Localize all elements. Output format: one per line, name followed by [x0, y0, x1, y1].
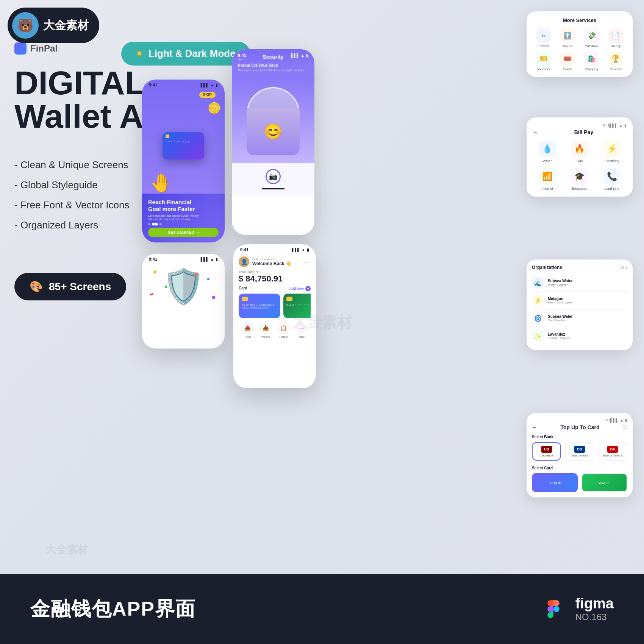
- bill-pay-back[interactable]: ←: [533, 129, 538, 135]
- phone4-status: 9:41 ▌▌▌ ▲ ▮: [233, 244, 316, 253]
- org-metagon[interactable]: ⚡ Metagon Electricity Supplier: [532, 292, 627, 309]
- battery-icon4: ▮: [307, 248, 309, 252]
- more-label: More: [299, 336, 305, 338]
- topup-back-button[interactable]: ←: [532, 424, 537, 430]
- logo-badge: 🐻 大金素材: [8, 8, 99, 43]
- union-bank[interactable]: UB Union Bank: [532, 442, 561, 461]
- service-vouchers[interactable]: 🎫 Vouchers: [533, 52, 555, 71]
- topup-info-icon[interactable]: ⓘ: [623, 424, 627, 430]
- service-transfer[interactable]: ↔️ Transfer: [533, 28, 555, 48]
- service-tickets[interactable]: 🎟️ Tickets: [557, 52, 579, 71]
- send-action[interactable]: 📤 Send: [242, 322, 254, 338]
- bp-education[interactable]: 🎓 Education: [565, 168, 594, 191]
- focus-desc: Point your face right at the box, then t…: [238, 69, 308, 72]
- figma-small-icon: 🎨: [30, 280, 43, 293]
- phone3-status-icons: ▌▌▌ ▲ ▮: [201, 257, 218, 261]
- figma-no: NO.163: [575, 612, 614, 622]
- figma-name: figma: [575, 596, 614, 612]
- card-1[interactable]: 6219 8610 2888 8075 DJ.ANDERSON / 23/01: [239, 294, 280, 318]
- feature-2: Global Styleguide: [14, 179, 129, 191]
- coin-icon: 🪙: [208, 102, 221, 114]
- quick-actions: 📤 Send 📥 Receive 📋 History ⋯ More: [233, 318, 316, 341]
- camera-button[interactable]: 📷: [266, 169, 281, 184]
- org-info-2: Metagon Electricity Supplier: [548, 297, 573, 304]
- chevron-down-icon: ▾: [625, 266, 627, 269]
- more-action[interactable]: ⋯ More: [295, 322, 308, 338]
- battery-icon3: ▮: [216, 257, 218, 261]
- receive-label: Receive: [261, 336, 270, 338]
- promo-dots: [148, 223, 219, 225]
- card-option-1[interactable]: •••• 8075: [532, 473, 578, 492]
- brand-name-area: FinPal: [14, 42, 58, 55]
- mode-badge[interactable]: ☀️ Light & Dark Mode: [121, 42, 250, 66]
- dash-greeting: Hello, Jonathan!: [252, 258, 291, 261]
- bp-electricity[interactable]: ⚡ Electricity: [597, 141, 627, 163]
- deutsche-bank[interactable]: DB Deutsche Bank: [565, 442, 594, 461]
- history-action[interactable]: 📋 History: [278, 322, 290, 338]
- card-illustration: 🤚 •••• •••• •••• 1234 🪙: [142, 98, 225, 194]
- features-list: Clean & Unique Screens Global Styleguide…: [14, 159, 129, 231]
- education-label: Education: [572, 187, 587, 191]
- bp-water[interactable]: 💧 Water: [533, 141, 562, 163]
- org-type-4: Landline Supplier: [548, 336, 571, 340]
- service-rewards[interactable]: 🏆 Rewards: [605, 52, 627, 71]
- bill-pay-header: ← Bill Pay: [533, 129, 627, 135]
- phone1-status: 9:41 ▌▌▌ ▲ ▮: [142, 80, 225, 89]
- balance-amount: $ 84,750.91: [233, 274, 316, 284]
- org-subsea-gas[interactable]: 🌀 Subsea Water Gas Supplier: [532, 309, 627, 327]
- org-subsea-water[interactable]: 🌊 Subsea Water Water Supplier: [532, 274, 627, 292]
- tu-signal: ▌▌▌: [610, 418, 618, 422]
- phone4-status-icons: ▌▌▌ ▲ ▮: [292, 248, 309, 252]
- union-bank-name: Union Bank: [540, 454, 553, 457]
- org-type-1: Water Supplier: [548, 283, 573, 286]
- card-chip2: [286, 297, 292, 301]
- bank-of-america[interactable]: BA Bank of America: [598, 442, 627, 461]
- service-shopping[interactable]: 🛍️ Shopping: [581, 52, 603, 71]
- billpay-label: Bill Pay: [611, 44, 621, 48]
- card-2[interactable]: VISA 6 2 2 • •••• •••• ••••: [283, 294, 311, 318]
- cards-container: 6219 8610 2888 8075 DJ.ANDERSON / 23/01 …: [239, 294, 311, 318]
- org-name-3: Subsea Water: [548, 314, 573, 319]
- bp-gas[interactable]: 🔥 Gas: [565, 141, 594, 163]
- phone3-time: 9:41: [149, 257, 157, 261]
- service-topup[interactable]: ⬆️ Top Up: [557, 28, 579, 48]
- bp-landline[interactable]: 📞 Land Line: [597, 168, 627, 191]
- skip-button[interactable]: SKIP: [199, 92, 216, 98]
- security-body: 📷: [232, 163, 314, 195]
- topup-label: Top Up: [563, 44, 572, 48]
- orgs-filter[interactable]: All ▾: [621, 266, 627, 269]
- org-name-2: Metagon: [548, 297, 573, 301]
- mode-badge-text: Light & Dark Mode: [148, 48, 236, 59]
- more-services-panel: More Services ↔️ Transfer ⬆️ Top Up 💸 Wi…: [527, 11, 633, 77]
- add-new-button[interactable]: Add New +: [289, 286, 311, 291]
- card-option-1-label: •••• 8075: [549, 481, 561, 485]
- home-indicator: [262, 188, 284, 189]
- history-label: History: [280, 336, 288, 338]
- promo-box: Reach FinancialGoal more Faster Let's tr…: [142, 194, 225, 242]
- service-withdraw[interactable]: 💸 Withdraw: [581, 28, 603, 48]
- org-lavandez[interactable]: ✨ Lavandez Landline Supplier: [532, 327, 627, 345]
- topup-header: ← Top Up To Card ⓘ: [532, 424, 627, 430]
- more-services-title: More Services: [533, 17, 627, 23]
- service-billpay[interactable]: 📄 Bill Pay: [605, 28, 627, 48]
- logo-text: 大金素材: [43, 18, 89, 33]
- withdraw-label: Withdraw: [585, 44, 598, 48]
- send-icon-wrap: 📤: [242, 322, 254, 334]
- bp-battery: ▮: [624, 123, 627, 128]
- internet-icon: 📶: [539, 168, 556, 185]
- dot-2: [152, 223, 158, 225]
- battery-icon2: ▮: [306, 53, 308, 58]
- phone3-status: 9:41 ▌▌▌ ▲ ▮: [142, 254, 225, 263]
- receive-action[interactable]: 📥 Receive: [259, 322, 272, 338]
- org-logo-4: ✨: [532, 330, 544, 342]
- battery-icon: ▮: [216, 83, 218, 87]
- bp-internet[interactable]: 📶 Internet: [533, 168, 562, 191]
- more-button[interactable]: ⋯: [304, 258, 311, 266]
- shopping-label: Shopping: [585, 67, 598, 71]
- select-bank-label: Select Bank: [532, 435, 627, 439]
- card-option-2[interactable]: VISA ••••: [581, 473, 627, 492]
- security-back-button[interactable]: ←: [238, 56, 244, 63]
- select-card-label: Select Card: [532, 466, 627, 470]
- brand-icon: [14, 42, 27, 55]
- get-started-button[interactable]: GET STARTED ››: [148, 228, 219, 237]
